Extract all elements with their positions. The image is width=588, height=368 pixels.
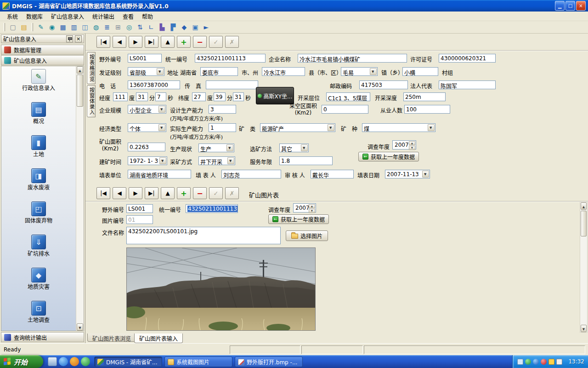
sidebar-close-icon[interactable] [75, 35, 82, 42]
chevron-down-icon[interactable] [158, 124, 165, 131]
sidebar-item-overview[interactable]: ▤ 概况 [1, 99, 76, 132]
pic-unified-no-input[interactable]: 43250211001113 [186, 204, 238, 213]
license-no-input[interactable]: 4300000620321 [439, 54, 496, 63]
mining-horizon-input[interactable]: C1c1 3、5煤层 [326, 92, 370, 101]
latitude-sec-input[interactable]: 31 [233, 92, 244, 101]
chevron-down-icon[interactable] [301, 144, 308, 151]
sidebar-item-land-survey[interactable]: ⊡ 土地调查 [1, 298, 76, 331]
issue-level-select[interactable]: 省部级 [128, 67, 164, 76]
chevron-down-icon[interactable] [226, 144, 233, 151]
design-capacity-input[interactable]: 3 [209, 105, 236, 114]
gauss-xy-button[interactable]: 高斯XY坐... [256, 87, 294, 104]
data-grid-icon[interactable]: ▥ [69, 22, 79, 32]
goaf-area-input[interactable]: 0 [322, 105, 368, 114]
tray-blue-icon[interactable] [533, 359, 539, 365]
picture-scrollbar[interactable] [580, 202, 588, 333]
menu-database[interactable]: 数据库 [22, 12, 47, 21]
tray-display-icon[interactable] [517, 359, 523, 365]
unified-no-input[interactable]: 43250211001113 [195, 54, 266, 63]
print-icon[interactable]: ⊞ [113, 22, 123, 32]
fax-input[interactable] [206, 80, 258, 89]
sidebar-item-pit-drainage[interactable]: ⇓ 矿坑排水 [1, 232, 76, 265]
sidebar-item-geo-hazard[interactable]: ◆ 地质灾害 [1, 265, 76, 298]
tray-green-icon[interactable] [525, 359, 531, 365]
service-life-input[interactable]: 1.8 [279, 156, 333, 165]
survey-year-spinner[interactable]: 2007 [392, 140, 416, 150]
stamp-icon[interactable]: ✎ [36, 22, 46, 32]
pic-first-record-button[interactable]: |◀ [96, 187, 110, 199]
postcode-input[interactable]: 417503 [359, 80, 408, 89]
show-desktop-icon[interactable] [48, 357, 57, 366]
pic-field-no-input[interactable]: LS001 [126, 204, 153, 213]
sidebar-item-land[interactable]: ▮ 土地 [1, 132, 76, 166]
chevron-down-icon[interactable] [227, 157, 234, 164]
chart2-icon[interactable]: ▛ [168, 22, 178, 32]
longitude-sec-input[interactable]: 7 [155, 92, 166, 101]
taskbar-task-folder[interactable]: 系统截图图片 [164, 356, 232, 367]
input-method-icon[interactable] [556, 359, 562, 365]
mine-area-input[interactable]: 0.2263 [128, 143, 165, 151]
vtab-table-browse[interactable]: 按表格浏览 [87, 52, 96, 84]
mining-depth-input[interactable]: 250m [403, 92, 446, 101]
sidebar-item-waste-water[interactable]: ◨ 废水废液 [1, 166, 76, 199]
town-input[interactable]: 小横 [402, 67, 438, 76]
enterprise-name-input[interactable]: 冷水江市毛易镇小横煤矿 [298, 54, 407, 63]
mining-method-select[interactable]: 井下开采 [198, 156, 235, 165]
close-button[interactable]: × [576, 1, 586, 11]
ruler-icon[interactable]: ∟ [146, 22, 156, 32]
fill-date-select[interactable]: 2007-11-13 [385, 170, 430, 178]
first-record-button[interactable]: |◀ [96, 36, 110, 48]
chevron-down-icon[interactable] [158, 106, 165, 113]
scroll-thumb[interactable] [77, 75, 83, 107]
legal-rep-input[interactable]: 陈国军 [439, 80, 496, 89]
pic-last-record-button[interactable]: ▶| [145, 187, 158, 199]
economy-type-select[interactable]: 个体 [128, 123, 166, 132]
map-sheet-icon[interactable]: ▣ [190, 22, 200, 32]
pic-get-previous-year-button[interactable]: 获取上一年度数据 [268, 214, 329, 224]
menu-view[interactable]: 查看 [119, 12, 138, 21]
pic-up-button[interactable]: ▲ [161, 187, 175, 199]
taskbar-task-image[interactable]: 野外版打开.bmp -... [235, 356, 303, 367]
pic-insert-record-button[interactable]: + [177, 187, 191, 199]
cancel-edit-button[interactable]: ✗ [225, 36, 239, 48]
messenger-icon[interactable] [81, 357, 90, 366]
employees-input[interactable]: 100 [404, 105, 450, 114]
latitude-min-input[interactable]: 39 [214, 92, 226, 101]
sphere-icon[interactable]: ◍ [91, 22, 101, 32]
county-select[interactable]: 毛易 [341, 67, 378, 76]
menu-stat-output[interactable]: 统计输出 [88, 12, 119, 21]
layers-icon[interactable]: ≣ [102, 22, 112, 32]
sidebar-group-mine-entry[interactable]: 矿山信息录入 [1, 55, 84, 65]
scroll-down-icon[interactable] [77, 323, 83, 331]
file-name-input[interactable]: 4325022007LS00101.jpg [126, 227, 281, 244]
sidebar-group-query-output[interactable]: 查询统计输出 [1, 332, 84, 342]
field-no-input[interactable]: LS001 [128, 54, 162, 63]
data-table-icon[interactable]: ▦ [58, 22, 68, 32]
next-record-button[interactable]: ▶ [129, 36, 142, 48]
longitude-min-input[interactable]: 31 [136, 92, 148, 101]
diamond-icon[interactable]: ◆ [179, 22, 189, 32]
last-record-button[interactable]: ▶| [145, 36, 158, 48]
choose-picture-button[interactable]: 选择图片 [286, 230, 328, 241]
get-previous-year-button[interactable]: 获取上一年度数据 [358, 152, 419, 161]
menu-system[interactable]: 系统 [3, 12, 22, 21]
pic-cancel-edit-button[interactable]: ✗ [225, 187, 239, 199]
latitude-deg-input[interactable]: 27 [192, 92, 206, 101]
menu-mine-entry[interactable]: 矿山信息录入 [47, 12, 88, 21]
pic-next-record-button[interactable]: ▶ [129, 187, 142, 199]
actual-capacity-input[interactable]: 1 [209, 123, 236, 132]
chart-icon[interactable]: ▙ [157, 22, 167, 32]
tray-yellow-icon[interactable] [548, 359, 554, 365]
minimize-button[interactable]: ▁ [555, 1, 565, 11]
start-button[interactable]: 开始 [0, 355, 43, 368]
scroll-down-icon[interactable] [581, 325, 587, 332]
pic-survey-year-spinner[interactable]: 2007 [293, 203, 316, 213]
scroll-up-icon[interactable] [77, 66, 83, 74]
chevron-down-icon[interactable] [428, 124, 435, 131]
filler-input[interactable]: 刘志尧 [221, 170, 281, 178]
tab-picture-entry[interactable]: 矿山图片表输入 [134, 334, 183, 343]
chevron-down-icon[interactable] [422, 171, 429, 178]
world-map-icon[interactable]: ◎ [124, 22, 134, 32]
picture-no-input[interactable]: 01 [126, 215, 153, 224]
vtab-form-entry[interactable]: 按窗体录入 [87, 85, 96, 117]
